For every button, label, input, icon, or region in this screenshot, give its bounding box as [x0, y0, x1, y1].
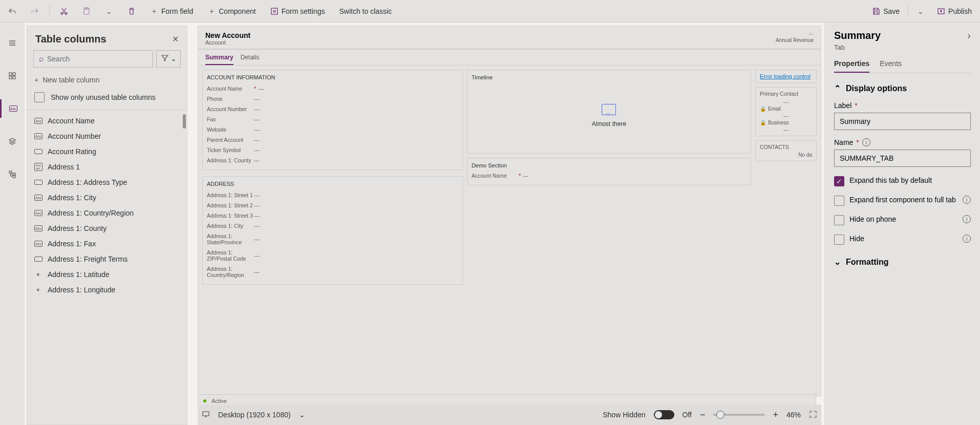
zoom-slider[interactable]: [713, 414, 764, 416]
viewport-selector[interactable]: Desktop (1920 x 1080): [218, 411, 291, 419]
add-form-field-button[interactable]: +Form field: [146, 4, 197, 18]
column-item[interactable]: Account Rating: [27, 144, 187, 159]
name-input[interactable]: [834, 150, 971, 167]
publish-button[interactable]: Publish: [933, 4, 976, 18]
chevron-down-icon: ⌄: [171, 55, 176, 62]
show-hidden-toggle[interactable]: [654, 410, 674, 419]
form-field[interactable]: Address 1: City---: [207, 221, 458, 231]
primary-contact-box[interactable]: Primary Contact --- 🔒Email --- 🔒Business…: [755, 87, 817, 136]
tab-details[interactable]: Details: [241, 54, 260, 65]
form-canvas[interactable]: New Account Account ··· Annual Revenue S…: [198, 26, 821, 396]
form-field[interactable]: Address 1: County---: [207, 155, 458, 165]
info-icon[interactable]: i: [963, 196, 971, 204]
formatting-header[interactable]: ⌄ Formatting: [834, 257, 971, 267]
save-dropdown[interactable]: ⌄: [912, 4, 929, 18]
form-field[interactable]: Account Name*---: [207, 83, 458, 94]
form-field[interactable]: Address 1: ZIP/Postal Code---: [207, 247, 458, 264]
delete-button[interactable]: [123, 4, 140, 18]
fit-icon[interactable]: [809, 410, 817, 420]
nav-components[interactable]: [0, 67, 25, 85]
display-options-header[interactable]: ⌃ Display options: [834, 83, 971, 93]
expand-first-checkbox[interactable]: [834, 196, 844, 206]
form-field[interactable]: Phone---: [207, 94, 458, 104]
form-field[interactable]: Address 1: Street 1---: [207, 190, 458, 200]
info-icon[interactable]: i: [963, 235, 971, 243]
undo-button[interactable]: [4, 4, 20, 18]
column-item[interactable]: AbcAccount Number: [27, 129, 187, 144]
column-item[interactable]: ◐Address 1: Longitude: [27, 282, 187, 298]
column-item[interactable]: Address 1: Address Type: [27, 175, 187, 190]
column-item[interactable]: Address 1: Freight Terms: [27, 251, 187, 267]
form-header: New Account Account ··· Annual Revenue: [198, 26, 821, 50]
contacts-box[interactable]: CONTACTS No da: [755, 140, 817, 161]
hide-checkbox[interactable]: [834, 235, 844, 245]
scrollbar-thumb[interactable]: [183, 114, 186, 129]
form-field[interactable]: Parent Account---: [207, 135, 458, 145]
tab-summary[interactable]: Summary: [205, 54, 233, 65]
filter-icon: [161, 54, 169, 64]
form-field[interactable]: Address 1: Country/Region---: [207, 264, 458, 280]
delete-icon: [127, 7, 136, 15]
plus-icon: +: [150, 7, 158, 15]
info-icon[interactable]: i: [963, 215, 971, 223]
new-table-column-button[interactable]: + New table column: [34, 76, 180, 84]
column-item[interactable]: AbcAddress 1: County: [27, 221, 187, 236]
svg-rect-9: [9, 171, 12, 173]
chevron-right-icon[interactable]: ›: [967, 30, 971, 41]
info-icon[interactable]: i: [862, 138, 870, 146]
lock-icon: 🔒: [760, 120, 766, 125]
paste-icon: [82, 7, 91, 15]
nav-layers[interactable]: [0, 132, 25, 151]
canvas-area: New Account Account ··· Annual Revenue S…: [187, 23, 824, 425]
switch-to-classic-button[interactable]: Switch to classic: [335, 4, 396, 18]
nav-tree[interactable]: [0, 165, 25, 183]
form-field[interactable]: Account Number---: [207, 104, 458, 114]
filter-button[interactable]: ⌄: [156, 50, 181, 68]
svg-rect-5: [9, 73, 12, 75]
chevron-down-icon[interactable]: ⌄: [299, 411, 305, 419]
nav-columns[interactable]: Abc: [0, 99, 25, 118]
form-field[interactable]: Ticker Symbol---: [207, 145, 458, 155]
form-field[interactable]: Fax---: [207, 114, 458, 124]
section-demo[interactable]: Demo Section Account Name * ---: [467, 158, 751, 185]
error-control-box[interactable]: Error loading control: [755, 70, 817, 83]
column-item[interactable]: ◐Address 1: Latitude: [27, 267, 187, 282]
column-item[interactable]: AbcdefAddress 1: [27, 159, 187, 175]
column-item[interactable]: AbcAddress 1: Fax: [27, 236, 187, 251]
label-input[interactable]: [834, 113, 971, 130]
tab-events[interactable]: Events: [880, 59, 902, 73]
tab-properties[interactable]: Properties: [834, 59, 869, 73]
close-icon[interactable]: ✕: [172, 34, 179, 44]
zoom-out-button[interactable]: −: [700, 410, 706, 420]
section-timeline[interactable]: Timeline Almost there: [467, 70, 751, 154]
error-loading-link[interactable]: Error loading control: [760, 73, 811, 79]
form-field[interactable]: Address 1: Street 2---: [207, 200, 458, 210]
column-item[interactable]: AbcAddress 1: City: [27, 190, 187, 205]
paste-dropdown[interactable]: ⌄: [101, 4, 117, 18]
section-account-info[interactable]: ACCOUNT INFORMATION Account Name*---Phon…: [202, 70, 463, 170]
table-columns-panel: Table columns ✕ ⌕ ⌄ + New table column S…: [27, 26, 187, 425]
form-field[interactable]: Website---: [207, 124, 458, 135]
form-field[interactable]: Address 1: Street 3---: [207, 210, 458, 221]
publish-icon: [937, 7, 945, 15]
cut-button[interactable]: [56, 4, 72, 18]
hide-phone-checkbox[interactable]: [834, 215, 844, 225]
save-button[interactable]: Save: [868, 4, 904, 18]
svg-rect-2: [271, 8, 278, 14]
lock-icon: 🔒: [760, 106, 766, 112]
nav-hamburger[interactable]: [0, 34, 25, 52]
redo-button[interactable]: [27, 4, 43, 18]
form-settings-button[interactable]: Form settings: [266, 4, 329, 18]
expand-default-checkbox[interactable]: ✓: [834, 176, 844, 186]
show-unused-checkbox[interactable]: [34, 92, 45, 102]
zoom-in-button[interactable]: +: [773, 410, 778, 420]
add-component-button[interactable]: +Component: [203, 4, 260, 18]
section-address[interactable]: ADDRESS Address 1: Street 1---Address 1:…: [202, 176, 463, 285]
search-input[interactable]: ⌕: [33, 50, 153, 68]
more-icon[interactable]: ···: [808, 30, 814, 37]
form-field[interactable]: Address 1: State/Province---: [207, 231, 458, 247]
column-item[interactable]: AbcAccount Name: [27, 113, 187, 129]
svg-rect-12: [203, 412, 209, 416]
column-item[interactable]: AbcAddress 1: Country/Region: [27, 205, 187, 221]
paste-button[interactable]: [78, 4, 95, 18]
